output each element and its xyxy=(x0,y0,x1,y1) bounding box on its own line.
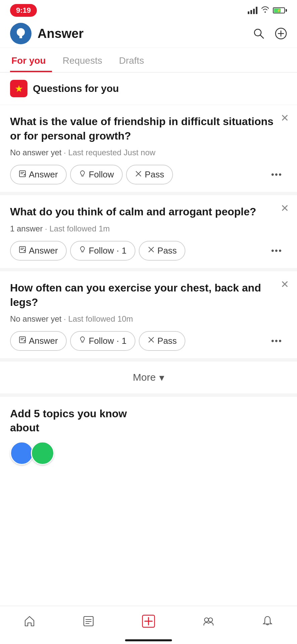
bell-icon xyxy=(261,615,274,630)
app-title: Answer xyxy=(38,26,253,41)
question-meta-3: No answer yet · Last followed 10m xyxy=(10,314,287,324)
svg-point-28 xyxy=(204,618,209,622)
feed-icon xyxy=(82,615,95,630)
question-card-1: ✕ What is the value of friendship in dif… xyxy=(0,105,297,195)
search-button[interactable] xyxy=(253,28,265,40)
answer-icon-3 xyxy=(19,336,26,345)
home-icon xyxy=(23,615,36,630)
question-card-3: ✕ How often can you exercise your chest,… xyxy=(0,271,297,362)
tabs: For you Requests Drafts xyxy=(0,48,297,72)
question-card-2: ✕ What do you think of calm and arrogant… xyxy=(0,195,297,271)
pass-button-3[interactable]: Pass xyxy=(139,331,186,351)
svg-point-1 xyxy=(254,29,261,36)
close-button-2[interactable]: ✕ xyxy=(281,203,289,213)
answer-button-1[interactable]: Answer xyxy=(10,165,67,184)
follow-icon-3 xyxy=(79,336,86,345)
home-indicator xyxy=(125,639,172,641)
follow-button-1[interactable]: Follow xyxy=(70,165,123,184)
nav-notifications[interactable] xyxy=(255,612,280,633)
question-actions-3: Answer Follow · 1 Pass ••• xyxy=(10,331,287,351)
tab-drafts[interactable]: Drafts xyxy=(118,48,150,72)
status-icons: ⚡ xyxy=(248,6,287,15)
nav-spaces[interactable] xyxy=(196,612,221,633)
bottom-nav xyxy=(0,606,297,644)
battery-icon: ⚡ xyxy=(273,7,287,13)
answer-icon-2 xyxy=(19,246,26,255)
more-options-button-1[interactable]: ••• xyxy=(266,167,287,182)
pass-icon-1 xyxy=(135,170,142,179)
question-title-3: How often can you exercise your chest, b… xyxy=(10,281,287,310)
app-logo xyxy=(10,23,32,44)
question-meta-2: 1 answer · Last followed 1m xyxy=(10,224,287,233)
status-bar: 9:19 ⚡ xyxy=(0,0,297,19)
chevron-down-icon: ▾ xyxy=(159,372,164,383)
svg-line-2 xyxy=(260,35,263,38)
follow-button-2[interactable]: Follow · 1 xyxy=(70,241,135,261)
signal-icon xyxy=(248,7,257,14)
question-actions-1: Answer Follow Pass ••• xyxy=(10,165,287,184)
svg-point-29 xyxy=(209,618,213,622)
pass-button-2[interactable]: Pass xyxy=(139,241,186,261)
pass-icon-2 xyxy=(147,246,155,255)
question-title-2: What do you think of calm and arrogant p… xyxy=(10,205,287,219)
spaces-icon xyxy=(202,615,215,630)
more-section: More ▾ xyxy=(0,362,297,397)
follow-button-3[interactable]: Follow · 1 xyxy=(70,331,135,351)
pass-button-1[interactable]: Pass xyxy=(126,165,173,184)
close-button-3[interactable]: ✕ xyxy=(281,279,289,289)
wifi-icon xyxy=(261,6,270,15)
topic-avatar-1 xyxy=(10,441,34,465)
answer-nav-icon xyxy=(141,614,156,631)
add-button[interactable] xyxy=(275,28,287,40)
add-topics-title: Add 5 topics you know about xyxy=(10,407,287,435)
status-time: 9:19 xyxy=(10,4,37,17)
add-topics-section: Add 5 topics you know about xyxy=(0,397,297,472)
more-options-button-2[interactable]: ••• xyxy=(266,243,287,259)
star-icon: ★ xyxy=(10,80,27,97)
nav-home[interactable] xyxy=(17,612,42,633)
answer-button-3[interactable]: Answer xyxy=(10,331,67,351)
banner-text: Questions for you xyxy=(33,83,119,94)
answer-button-2[interactable]: Answer xyxy=(10,241,67,261)
more-options-button-3[interactable]: ••• xyxy=(266,333,287,349)
close-button-1[interactable]: ✕ xyxy=(281,113,289,123)
pass-icon-3 xyxy=(147,336,155,345)
more-expand-button[interactable]: More ▾ xyxy=(133,372,164,383)
follow-icon-2 xyxy=(79,246,86,255)
topic-avatars xyxy=(10,441,287,465)
follow-icon-1 xyxy=(79,170,86,179)
nav-feed[interactable] xyxy=(76,612,101,633)
question-actions-2: Answer Follow · 1 Pass ••• xyxy=(10,241,287,261)
question-title-1: What is the value of friendship in diffi… xyxy=(10,114,287,143)
nav-answer[interactable] xyxy=(135,611,162,634)
questions-banner: ★ Questions for you xyxy=(0,72,297,105)
tab-requests[interactable]: Requests xyxy=(61,48,108,72)
question-meta-1: No answer yet · Last requested Just now xyxy=(10,148,287,157)
topic-avatar-2 xyxy=(31,441,54,465)
header-icons xyxy=(253,28,287,40)
answer-icon-1 xyxy=(19,170,26,179)
app-header: Answer xyxy=(0,19,297,48)
tab-for-you[interactable]: For you xyxy=(10,48,52,72)
